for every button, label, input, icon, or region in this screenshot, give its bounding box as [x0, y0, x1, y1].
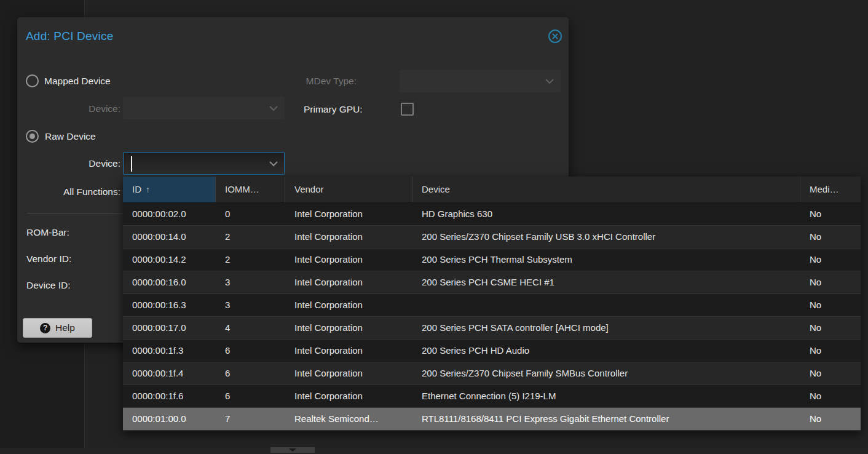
cell-id: 0000:00:14.0	[123, 226, 216, 248]
column-header-device[interactable]: Device	[412, 177, 800, 202]
cell-iommu: 4	[216, 317, 285, 339]
cell-mediated: No	[800, 226, 861, 248]
cell-id: 0000:00:1f.3	[123, 340, 216, 362]
table-row[interactable]: 0000:00:1f.3 6 Intel Corporation 200 Ser…	[123, 340, 861, 362]
cell-id: 0000:00:16.3	[123, 294, 216, 316]
cell-mediated: No	[800, 362, 861, 384]
cell-vendor: Intel Corporation	[285, 317, 412, 339]
text-caret	[131, 156, 132, 172]
cell-vendor: Intel Corporation	[285, 226, 412, 248]
cell-vendor: Intel Corporation	[285, 362, 412, 384]
table-row-highlighted[interactable]: 0000:01:00.0 7 Realtek Semicond… RTL8111…	[123, 408, 861, 431]
cell-iommu: 2	[216, 249, 285, 271]
scroll-down-button[interactable]	[270, 447, 315, 453]
cell-vendor: Intel Corporation	[285, 203, 412, 225]
column-header-id[interactable]: ID↑	[123, 177, 216, 202]
cell-device: HD Graphics 630	[412, 203, 800, 225]
cell-id: 0000:01:00.0	[123, 408, 216, 430]
mapped-device-radio-label: Mapped Device	[44, 76, 111, 87]
chevron-down-icon	[545, 79, 554, 84]
cell-device: RTL8111/8168/8411 PCI Express Gigabit Et…	[412, 408, 800, 430]
cell-id: 0000:00:14.2	[123, 249, 216, 271]
help-button-label: Help	[55, 322, 75, 333]
chevron-down-icon	[269, 106, 278, 111]
cell-mediated: No	[800, 294, 861, 316]
sort-ascending-icon: ↑	[146, 185, 150, 194]
triangle-down-icon	[289, 448, 296, 452]
table-row[interactable]: 0000:00:16.0 3 Intel Corporation 200 Ser…	[123, 271, 861, 294]
device-combobox-input[interactable]	[130, 155, 263, 172]
mapped-device-combobox[interactable]	[123, 97, 285, 119]
table-row[interactable]: 0000:00:1f.6 6 Intel Corporation Etherne…	[123, 385, 861, 408]
primary-gpu-checkbox[interactable]	[401, 103, 414, 116]
cell-iommu: 0	[216, 203, 285, 225]
cell-mediated: No	[800, 249, 861, 271]
cell-iommu: 6	[216, 385, 285, 407]
raw-device-field-label: Device:	[17, 158, 120, 169]
column-header-iommu[interactable]: IOMM…	[216, 177, 285, 202]
table-row[interactable]: 0000:00:14.0 2 Intel Corporation 200 Ser…	[123, 226, 861, 249]
cell-iommu: 3	[216, 271, 285, 293]
cell-id: 0000:00:17.0	[123, 317, 216, 339]
device-combobox[interactable]	[123, 152, 285, 175]
raw-device-radio[interactable]	[26, 130, 39, 143]
cell-vendor: Intel Corporation	[285, 271, 412, 293]
primary-gpu-label: Primary GPU:	[304, 104, 363, 115]
help-button[interactable]: ? Help	[23, 318, 92, 338]
cell-vendor: Intel Corporation	[285, 294, 412, 316]
column-header-mediated[interactable]: Medi…	[800, 177, 861, 202]
question-circle-icon: ?	[40, 323, 50, 333]
cell-vendor: Intel Corporation	[285, 249, 412, 271]
close-icon[interactable]	[548, 29, 562, 44]
grid-header: ID↑ IOMM… Vendor Device Medi…	[123, 177, 861, 203]
cell-device: 200 Series PCH SATA controller [AHCI mod…	[412, 317, 800, 339]
all-functions-label: All Functions:	[17, 186, 120, 197]
table-row[interactable]: 0000:00:14.2 2 Intel Corporation 200 Ser…	[123, 249, 861, 271]
cell-device: 200 Series/Z370 Chipset Family USB 3.0 x…	[412, 226, 800, 248]
cell-id: 0000:00:02.0	[123, 203, 216, 225]
table-row[interactable]: 0000:00:02.0 0 Intel Corporation HD Grap…	[123, 203, 861, 226]
raw-device-radio-label: Raw Device	[45, 131, 96, 142]
vendor-id-label: Vendor ID:	[26, 253, 71, 265]
cell-id: 0000:00:1f.6	[123, 385, 216, 407]
cell-iommu: 6	[216, 340, 285, 362]
table-row[interactable]: 0000:00:16.3 3 Intel Corporation No	[123, 294, 861, 317]
table-row[interactable]: 0000:00:17.0 4 Intel Corporation 200 Ser…	[123, 317, 861, 340]
cell-vendor: Intel Corporation	[285, 385, 412, 407]
cell-device: 200 Series/Z370 Chipset Family SMBus Con…	[412, 362, 800, 384]
cell-mediated: No	[800, 271, 861, 293]
cell-device	[412, 294, 800, 316]
mdev-type-combobox[interactable]	[400, 70, 561, 92]
cell-mediated: No	[800, 408, 861, 430]
background-bottom-strip	[0, 448, 868, 454]
column-header-vendor[interactable]: Vendor	[285, 177, 412, 202]
table-row[interactable]: 0000:00:1f.4 6 Intel Corporation 200 Ser…	[123, 362, 861, 385]
cell-device: 200 Series PCH HD Audio	[412, 340, 800, 362]
cell-iommu: 2	[216, 226, 285, 248]
cell-iommu: 6	[216, 362, 285, 384]
cell-mediated: No	[800, 203, 861, 225]
cell-iommu: 3	[216, 294, 285, 316]
mapped-device-radio[interactable]	[26, 74, 39, 87]
cell-mediated: No	[800, 385, 861, 407]
rom-bar-label: ROM-Bar:	[26, 227, 69, 238]
cell-device: Ethernet Connection (5) I219-LM	[412, 385, 800, 407]
dialog-title: Add: PCI Device	[26, 30, 113, 43]
mapped-device-field-label: Device:	[17, 103, 120, 114]
mdev-type-label: MDev Type:	[251, 76, 357, 87]
cell-id: 0000:00:1f.4	[123, 362, 216, 384]
cell-device: 200 Series PCH CSME HECI #1	[412, 271, 800, 293]
cell-mediated: No	[800, 317, 861, 339]
cell-device: 200 Series PCH Thermal Subsystem	[412, 249, 800, 271]
cell-vendor: Intel Corporation	[285, 340, 412, 362]
chevron-down-icon	[269, 161, 278, 167]
device-id-label: Device ID:	[26, 280, 71, 291]
cell-vendor: Realtek Semicond…	[285, 408, 412, 430]
cell-mediated: No	[800, 340, 861, 362]
device-dropdown-grid: ID↑ IOMM… Vendor Device Medi… 0000:00:02…	[123, 177, 861, 431]
cell-id: 0000:00:16.0	[123, 271, 216, 293]
cell-iommu: 7	[216, 408, 285, 430]
